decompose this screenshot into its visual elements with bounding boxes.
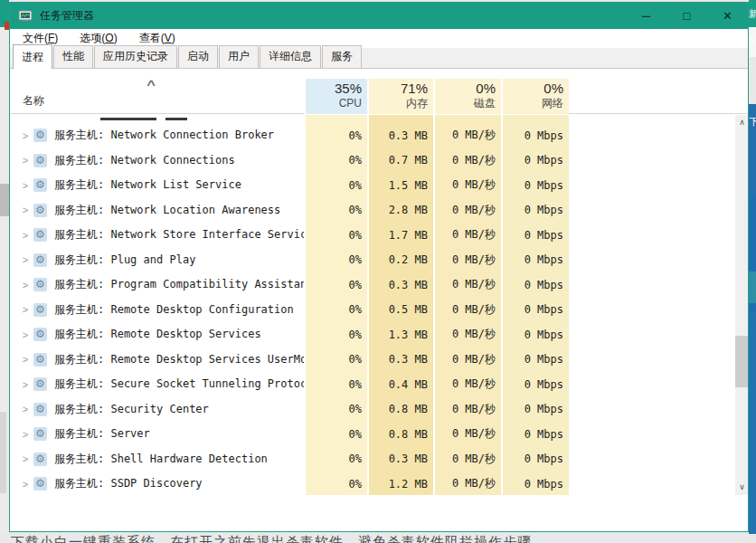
expand-chevron-icon[interactable]: > [20,354,31,365]
service-gear-icon: ⚙ [33,328,47,341]
tab-item-3[interactable]: 启动 [178,45,218,68]
minimize-button[interactable]: ─ [626,3,666,29]
cpu-value: 0% [304,248,367,273]
table-row[interactable]: > ⚙ 服务主机: Network Connection Broker 0% 0… [10,123,748,148]
expand-chevron-icon[interactable]: > [20,379,31,390]
service-gear-icon: ⚙ [33,129,47,142]
usage-column-header[interactable]: 35% CPU [304,79,367,114]
table-row[interactable]: > ⚙ 服务主机: Network Location Awareness 0% … [10,198,748,224]
service-gear-icon: ⚙ [33,204,47,217]
expand-chevron-icon[interactable]: > [20,453,31,464]
cpu-value: 0% [304,322,367,348]
disk-value: 0 MB/秒 [433,472,501,495]
tab-item-4[interactable]: 用户 [219,45,259,68]
scroll-down-icon[interactable]: ∨ [735,480,748,495]
menu-view[interactable]: 查看(V) [130,31,184,46]
disk-value: 0 MB/秒 [433,272,501,298]
background-text-fragment: 新 [749,8,756,19]
titlebar[interactable]: 任务管理器 ─ □ ✕ [10,3,748,29]
disk-value: 0 MB/秒 [433,397,501,423]
table-row[interactable]: > ⚙ 服务主机: Shell Hardware Detection 0% 0.… [10,447,748,472]
expand-chevron-icon[interactable]: > [20,230,31,241]
expand-chevron-icon[interactable]: > [20,130,31,141]
cpu-value: 0% [304,372,367,397]
service-gear-icon: ⚙ [33,377,47,391]
scrollbar-thumb[interactable] [735,336,748,387]
sort-ascending-icon[interactable]: ∧ [145,77,157,89]
network-value: 0 Mbps [501,472,569,495]
expand-chevron-icon[interactable]: > [20,404,31,414]
expand-chevron-icon[interactable]: > [20,205,31,215]
scroll-up-icon[interactable]: ∧ [735,115,748,130]
table-row[interactable]: > ⚙ 服务主机: SSDP Discovery 0% 1.2 MB 0 MB/… [10,472,748,495]
usage-percent: 0% [435,81,496,97]
table-row[interactable]: > ⚙ 服务主机: Program Compatibility Assistan… [10,272,748,298]
menu-options[interactable]: 选项(O) [71,31,126,46]
memory-value: 0.3 MB [367,348,433,373]
service-gear-icon: ⚙ [33,452,47,466]
tab-processes[interactable]: 进程 [13,44,52,69]
network-value: 0 Mbps [501,223,569,248]
usage-column-header[interactable]: 71% 内存 [367,79,433,114]
expand-chevron-icon[interactable]: > [20,180,31,191]
network-value: 0 Mbps [501,298,569,323]
expand-chevron-icon[interactable]: > [20,155,31,166]
vertical-scrollbar[interactable]: ∧ ∨ [735,115,748,495]
expand-chevron-icon[interactable]: > [20,429,31,440]
table-row[interactable]: > ⚙ 服务主机: Plug and Play 0% 0.2 MB 0 MB/秒… [10,248,748,273]
usage-label: 内存 [369,97,428,110]
network-value: 0 Mbps [501,348,569,373]
column-header-name[interactable]: 名称 [23,93,44,109]
tab-item-6[interactable]: 服务 [322,45,362,68]
table-row[interactable]: > ⚙ 服务主机: Remote Desktop Configuration 0… [10,298,748,323]
process-table: ∧ 名称 35% CPU 71% 内存 0% 磁盘 0% 网络 > ⚙ 服务主机… [10,69,748,495]
network-value: 0 Mbps [501,248,569,273]
table-row[interactable]: > ⚙ 服务主机: Network Store Interface Servic… [10,223,748,248]
table-row[interactable]: > ⚙ 服务主机: Secure Socket Tunneling Protoc… [10,372,748,397]
usage-column-header[interactable]: 0% 网络 [501,79,569,114]
network-value: 0 Mbps [501,148,569,174]
background-fragment [0,184,9,216]
tab-item-1[interactable]: 性能 [53,45,93,68]
table-row[interactable]: > ⚙ 服务主机: Security Center 0% 0.8 MB 0 MB… [10,397,748,423]
background-fragment [0,412,6,493]
task-manager-icon [18,10,33,23]
usage-column-header[interactable]: 0% 磁盘 [433,79,501,114]
background-fragment [749,272,756,303]
background-text-fragment: 下 [749,116,756,127]
maximize-button[interactable]: □ [666,3,707,29]
table-row[interactable]: > ⚙ 服务主机: Remote Desktop Services 0% 1.3… [10,322,748,348]
cpu-value: 0% [304,348,367,373]
expand-chevron-icon[interactable]: > [20,254,31,265]
tab-item-5[interactable]: 详细信息 [260,45,321,68]
expand-chevron-icon[interactable]: > [20,280,31,291]
memory-value: 1.5 MB [367,173,433,198]
service-gear-icon: ⚙ [33,178,47,192]
table-row[interactable]: > ⚙ 服务主机: Remote Desktop Services UserMo… [10,348,748,373]
service-gear-icon: ⚙ [33,154,47,167]
clipped-cell [501,115,569,123]
expand-chevron-icon[interactable]: > [20,304,31,315]
tab-item-2[interactable]: 应用历史记录 [94,45,177,68]
window-title: 任务管理器 [40,8,94,24]
task-manager-window: 任务管理器 ─ □ ✕ 文件(F) 选项(O) 查看(V) 进程 性能 应用历史… [9,2,749,532]
memory-value: 1.2 MB [367,472,433,495]
network-value: 0 Mbps [501,397,569,423]
usage-percent: 0% [503,81,563,97]
memory-value: 0.8 MB [367,397,433,423]
cpu-value: 0% [304,397,367,423]
memory-value: 0.4 MB [367,372,433,397]
network-value: 0 Mbps [501,372,569,397]
table-row[interactable]: > ⚙ 服务主机: Network List Service 0% 1.5 MB… [10,173,748,198]
expand-chevron-icon[interactable]: > [20,329,31,340]
table-row[interactable]: > ⚙ 服务主机: Network Connections 0% 0.7 MB … [10,148,748,174]
table-header-row: ∧ 名称 35% CPU 71% 内存 0% 磁盘 0% 网络 [10,69,748,114]
table-row[interactable]: > ⚙ 服务主机: Server 0% 0.8 MB 0 MB/秒 0 Mbps [10,422,748,447]
memory-value: 2.8 MB [367,198,433,224]
disk-value: 0 MB/秒 [433,173,501,198]
clipped-cell [304,115,367,123]
close-button[interactable]: ✕ [707,3,748,29]
disk-value: 0 MB/秒 [433,348,501,373]
disk-value: 0 MB/秒 [433,422,501,447]
expand-chevron-icon[interactable]: > [20,479,31,490]
